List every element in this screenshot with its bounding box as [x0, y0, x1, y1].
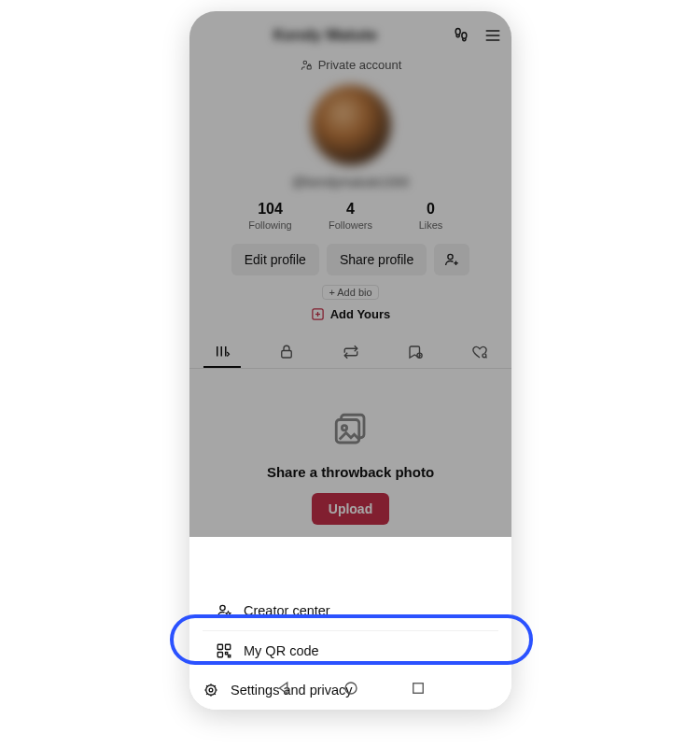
private-account-label: Private account	[318, 58, 402, 72]
svg-point-32	[345, 683, 357, 694]
tab-grid[interactable]	[203, 344, 241, 368]
stat-following-value: 104	[231, 201, 311, 218]
svg-line-19	[485, 357, 486, 358]
add-bio-button[interactable]: + Add bio	[322, 285, 378, 300]
tab-saved[interactable]	[397, 344, 434, 360]
nav-back-button[interactable]	[275, 680, 292, 697]
svg-rect-16	[281, 351, 291, 359]
sheet-item-label: My QR code	[244, 643, 319, 658]
hamburger-menu-icon[interactable]	[483, 26, 502, 45]
sheet-item-qr-code[interactable]: My QR code	[203, 631, 498, 670]
empty-state: Share a throwback photo Upload	[189, 369, 511, 525]
tab-private[interactable]	[268, 344, 305, 360]
user-star-icon	[216, 602, 232, 619]
stat-likes-value: 0	[391, 201, 471, 218]
svg-rect-27	[226, 653, 228, 655]
svg-point-5	[303, 61, 307, 64]
tab-reposts[interactable]	[332, 344, 370, 360]
stat-likes[interactable]: 0 Likes	[391, 201, 471, 231]
photos-icon	[189, 410, 511, 453]
nav-recent-button[interactable]	[410, 680, 427, 697]
private-account-badge: Private account	[189, 58, 511, 72]
edit-profile-button[interactable]: Edit profile	[231, 244, 319, 275]
svg-rect-25	[226, 644, 231, 649]
stat-following[interactable]: 104 Following	[231, 201, 311, 231]
empty-state-message: Share a throwback photo	[189, 464, 511, 480]
svg-rect-24	[217, 644, 222, 649]
upload-button[interactable]: Upload	[312, 493, 389, 525]
svg-rect-33	[413, 684, 423, 694]
sheet-item-label: Creator center	[244, 603, 330, 618]
add-yours-label: Add Yours	[330, 307, 391, 321]
profile-stats: 104 Following 4 Followers 0 Likes	[189, 201, 511, 231]
stat-followers[interactable]: 4 Followers	[311, 201, 391, 231]
svg-point-1	[462, 33, 467, 39]
stat-likes-label: Likes	[391, 219, 471, 231]
android-nav-bar	[189, 667, 511, 710]
svg-point-23	[220, 605, 225, 610]
add-yours-button[interactable]: Add Yours	[189, 307, 511, 321]
profile-handle: @kendymatute1000	[292, 175, 410, 190]
stat-followers-label: Followers	[311, 219, 391, 231]
svg-point-7	[448, 254, 453, 259]
plus-square-icon	[311, 307, 325, 321]
sheet-item-creator-center[interactable]: Creator center	[203, 591, 498, 631]
profile-username: Kendy Matute	[273, 26, 377, 45]
svg-point-0	[455, 29, 460, 35]
share-profile-button[interactable]: Share profile	[327, 244, 427, 275]
phone-frame: Kendy Matute	[189, 11, 511, 710]
add-friend-button[interactable]	[434, 244, 469, 275]
svg-marker-31	[279, 683, 287, 694]
svg-rect-6	[307, 65, 311, 69]
footsteps-icon[interactable]	[452, 26, 470, 45]
nav-home-button[interactable]	[343, 680, 359, 697]
stat-followers-value: 4	[311, 201, 391, 218]
avatar[interactable]	[311, 85, 391, 165]
svg-rect-28	[229, 655, 231, 657]
svg-rect-26	[217, 653, 222, 657]
stat-following-label: Following	[231, 219, 311, 231]
top-bar: Kendy Matute	[189, 11, 511, 56]
qr-code-icon	[216, 642, 232, 659]
lock-person-icon	[300, 59, 313, 72]
profile-tabs	[189, 336, 511, 369]
tab-liked[interactable]	[461, 344, 498, 360]
bottom-sheet: Creator center My QR code	[189, 584, 511, 710]
